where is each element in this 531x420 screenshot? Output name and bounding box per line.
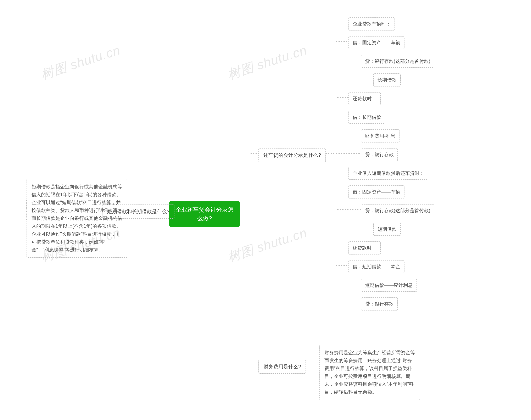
branch-right-2[interactable]: 财务费用是什么?: [258, 360, 306, 374]
leaf-item[interactable]: 短期借款: [373, 223, 401, 236]
branch-right-1[interactable]: 还车贷的会计分录是什么?: [258, 148, 326, 162]
leaf-item[interactable]: 借：固定资产——车辆: [349, 36, 405, 49]
leaf-item[interactable]: 企业贷款车辆时：: [349, 17, 395, 30]
root-node[interactable]: 企业还车贷会计分录怎么做?: [169, 201, 240, 227]
leaf-item[interactable]: 企业借入短期借款然后还车贷时：: [349, 167, 428, 180]
leaf-item[interactable]: 还贷款时：: [349, 92, 381, 105]
leaf-item[interactable]: 借：长期借款: [349, 111, 385, 124]
leaf-item[interactable]: 贷：银行存款: [361, 148, 398, 161]
leaf-item[interactable]: 借：固定资产——车辆: [349, 185, 405, 198]
watermark: 树图 shutu.cn: [39, 41, 122, 83]
watermark: 树图 shutu.cn: [226, 224, 309, 266]
watermark: 树图 shutu.cn: [226, 41, 309, 83]
leaf-item[interactable]: 长期借款: [373, 74, 401, 87]
leaf-item[interactable]: 贷：银行存款(这部分是首付款): [361, 55, 434, 68]
leaf-item[interactable]: 短期借款——应计利息: [361, 279, 417, 292]
leaf-item[interactable]: 贷：银行存款: [361, 298, 398, 311]
left-description: 短期借款是指企业向银行或其他金融机构等借入的期限在1年以下(含1年)的各种借款。…: [27, 179, 127, 258]
leaf-item[interactable]: 借：短期借款——本金: [349, 260, 405, 273]
leaf-item[interactable]: 贷：银行存款(这部分是首付款): [361, 204, 434, 217]
mindmap-canvas: 树图 shutu.cn 树图 shutu.cn 树图 shutu.cn 树图 s…: [0, 0, 531, 420]
right-description-2: 财务费用是企业为筹集生产经营所需资金等而发生的筹资费用，账务处理上通过"财务费用…: [319, 345, 420, 400]
leaf-item[interactable]: 财务费用-利息: [361, 129, 399, 142]
leaf-item[interactable]: 还贷款时：: [349, 241, 381, 255]
